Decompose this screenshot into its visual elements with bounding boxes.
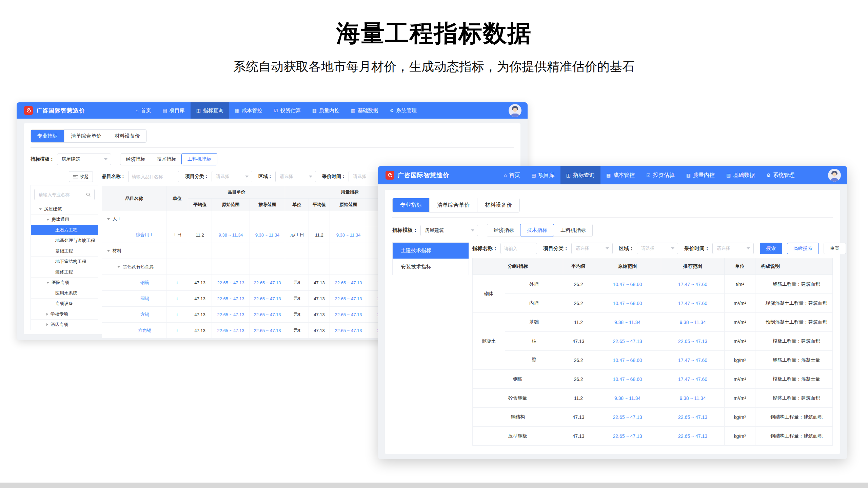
range-link[interactable]: 9.38 ~ 11.34 bbox=[255, 232, 280, 238]
tree-item-basement-structure[interactable]: 地下室结构工程 bbox=[31, 256, 98, 267]
template-select[interactable]: 房屋建筑 bbox=[420, 225, 478, 236]
range-link[interactable]: 10.47 ~ 68.60 bbox=[613, 358, 642, 363]
range-link[interactable]: 22.65 ~ 47.13 bbox=[335, 328, 362, 333]
range-link[interactable]: 22.65 ~ 47.13 bbox=[335, 296, 362, 301]
sidebar-item-installation-tech[interactable]: 安装技术指标 bbox=[393, 259, 469, 275]
tree-item-decoration[interactable]: 装修工程 bbox=[31, 267, 98, 277]
tab-material-equipment-price[interactable]: 材料设备价 bbox=[477, 198, 519, 212]
tree-item-general-building[interactable]: 房建通用 bbox=[31, 214, 98, 225]
range-link[interactable]: 22.65 ~ 47.13 bbox=[678, 414, 707, 420]
nav-item-system-management[interactable]: ⚙系统管理 bbox=[761, 166, 801, 184]
collapse-button[interactable]: 收起 bbox=[69, 171, 93, 182]
range-link[interactable]: 22.65 ~ 47.13 bbox=[335, 280, 362, 285]
nav-item-quality-control[interactable]: ▥质量内控 bbox=[307, 102, 345, 119]
range-link[interactable]: 10.47 ~ 68.60 bbox=[613, 301, 642, 306]
range-link[interactable]: 22.65 ~ 47.13 bbox=[254, 312, 281, 317]
range-link[interactable]: 22.65 ~ 47.13 bbox=[613, 414, 642, 420]
nav-item-indicator-query[interactable]: ◫指标查询 bbox=[191, 102, 229, 119]
tab-professional-indicators[interactable]: 专业指标 bbox=[31, 130, 64, 142]
range-link[interactable]: 22.65 ~ 47.13 bbox=[335, 312, 362, 317]
range-link[interactable]: 22.65 ~ 47.13 bbox=[217, 312, 244, 317]
nav-item-quality-control[interactable]: ▥质量内控 bbox=[680, 166, 721, 184]
type-tab-labor-material[interactable]: 工料机指标 bbox=[181, 153, 217, 165]
category-select[interactable]: 请选择 bbox=[212, 171, 252, 182]
range-link[interactable]: 9.38 ~ 11.34 bbox=[219, 232, 243, 238]
range-link[interactable]: 22.65 ~ 47.13 bbox=[217, 280, 244, 285]
tab-list-composite-price[interactable]: 清单综合单价 bbox=[429, 198, 477, 212]
nav-item-system-management[interactable]: ⚙系统管理 bbox=[384, 102, 422, 119]
range-link[interactable]: 17.47 ~ 47.60 bbox=[678, 301, 707, 306]
nav-item-investment-estimate[interactable]: ☑投资估算 bbox=[268, 102, 307, 119]
nav-item-investment-estimate[interactable]: ☑投资估算 bbox=[640, 166, 680, 184]
range-link[interactable]: 22.65 ~ 47.13 bbox=[254, 296, 281, 301]
price-time-select[interactable]: 请选择 bbox=[712, 243, 754, 254]
table-row-group[interactable]: 材料 bbox=[102, 243, 415, 259]
range-link[interactable]: 10.47 ~ 68.60 bbox=[613, 377, 642, 382]
table-row-group[interactable]: 人工 bbox=[102, 211, 415, 227]
type-tab-labor-material[interactable]: 工料机指标 bbox=[554, 224, 592, 237]
tree-item-earthwork[interactable]: 土石方工程 bbox=[31, 225, 98, 235]
tree-item-medical-water[interactable]: 医用水系统 bbox=[31, 288, 98, 298]
nav-item-indicator-query[interactable]: ◫指标查询 bbox=[560, 166, 600, 184]
range-link[interactable]: 22.65 ~ 47.13 bbox=[678, 433, 707, 439]
range-link[interactable]: 17.47 ~ 47.60 bbox=[678, 377, 707, 382]
range-link[interactable]: 22.65 ~ 47.13 bbox=[254, 280, 281, 285]
range-link[interactable]: 22.65 ~ 47.13 bbox=[254, 328, 281, 333]
category-select[interactable]: 请选择 bbox=[571, 243, 613, 254]
nav-label: 项目库 bbox=[170, 107, 185, 114]
item-link[interactable]: 综合用工 bbox=[136, 232, 154, 237]
range-link[interactable]: 22.65 ~ 47.13 bbox=[217, 296, 244, 301]
type-tab-technical[interactable]: 技术指标 bbox=[151, 154, 182, 165]
item-link[interactable]: 圆钢 bbox=[140, 296, 149, 301]
range-link[interactable]: 9.38 ~ 11.34 bbox=[614, 395, 640, 401]
nav-item-basic-data[interactable]: ▧基础数据 bbox=[721, 166, 761, 184]
template-select[interactable]: 房屋建筑 bbox=[57, 154, 111, 165]
type-tab-technical[interactable]: 技术指标 bbox=[520, 224, 554, 237]
range-link[interactable]: 9.38 ~ 11.34 bbox=[679, 395, 706, 401]
indicator-name-input[interactable] bbox=[500, 243, 537, 254]
range-link[interactable]: 17.47 ~ 47.60 bbox=[678, 358, 707, 363]
nav-item-project-library[interactable]: ▤项目库 bbox=[526, 166, 560, 184]
type-tab-economic[interactable]: 经济指标 bbox=[487, 224, 520, 237]
region-select[interactable]: 请选择 bbox=[637, 243, 678, 254]
range-link[interactable]: 9.38 ~ 11.34 bbox=[614, 320, 640, 325]
advanced-search-button[interactable]: 高级搜索 bbox=[787, 243, 819, 254]
nav-item-home[interactable]: ⌂首页 bbox=[498, 166, 526, 184]
tree-search-input[interactable] bbox=[38, 192, 86, 198]
user-avatar[interactable] bbox=[509, 104, 521, 117]
range-link[interactable]: 9.38 ~ 11.34 bbox=[679, 320, 706, 325]
region-select[interactable]: 请选择 bbox=[275, 171, 316, 182]
range-link[interactable]: 17.47 ~ 47.60 bbox=[678, 282, 707, 287]
table-row-group[interactable]: 黑色及有色金属 bbox=[102, 259, 415, 275]
item-link[interactable]: 六角钢 bbox=[138, 328, 152, 333]
nav-item-cost-control[interactable]: ▦成本管控 bbox=[229, 102, 268, 119]
tree-item-housing[interactable]: 房屋建筑 bbox=[31, 204, 98, 214]
range-link[interactable]: 10.47 ~ 68.60 bbox=[613, 282, 642, 287]
tab-material-equipment-price[interactable]: 材料设备价 bbox=[108, 130, 146, 142]
tree-item-foundation[interactable]: 基础工程 bbox=[31, 246, 98, 256]
range-link[interactable]: 9.38 ~ 11.34 bbox=[336, 232, 361, 238]
nav-item-project-library[interactable]: ▤项目库 bbox=[157, 102, 190, 119]
range-link[interactable]: 22.65 ~ 47.13 bbox=[217, 328, 244, 333]
item-name-input[interactable] bbox=[128, 171, 179, 182]
sidebar-item-civil-tech[interactable]: 土建技术指标 bbox=[393, 243, 469, 259]
tab-professional-indicators[interactable]: 专业指标 bbox=[393, 198, 429, 212]
item-link[interactable]: 方钢 bbox=[140, 312, 149, 317]
nav-item-cost-control[interactable]: ▦成本管控 bbox=[600, 166, 640, 184]
range-link[interactable]: 22.65 ~ 47.13 bbox=[613, 433, 642, 439]
reset-button[interactable]: 重置 bbox=[824, 243, 846, 254]
nav-item-basic-data[interactable]: ▧基础数据 bbox=[345, 102, 384, 119]
user-avatar[interactable] bbox=[828, 169, 841, 182]
tree-item-hotel-special[interactable]: 酒店专项 bbox=[31, 319, 98, 330]
item-link[interactable]: 钢筋 bbox=[140, 280, 149, 285]
range-link[interactable]: 22.65 ~ 47.13 bbox=[613, 339, 642, 344]
tree-item-school-special[interactable]: 学校专项 bbox=[31, 309, 98, 319]
nav-item-home[interactable]: ⌂首页 bbox=[130, 102, 157, 119]
tab-list-composite-price[interactable]: 清单综合单价 bbox=[64, 130, 108, 142]
tree-item-hospital-special[interactable]: 医院专项 bbox=[31, 277, 98, 288]
type-tab-economic[interactable]: 经济指标 bbox=[120, 154, 151, 165]
tree-item-foundation-slope[interactable]: 地基处理与边坡工程 bbox=[31, 235, 98, 246]
tree-item-special-equipment[interactable]: 专项设备 bbox=[31, 298, 98, 309]
range-link[interactable]: 22.65 ~ 47.13 bbox=[678, 339, 707, 344]
search-button[interactable]: 搜索 bbox=[760, 243, 782, 254]
